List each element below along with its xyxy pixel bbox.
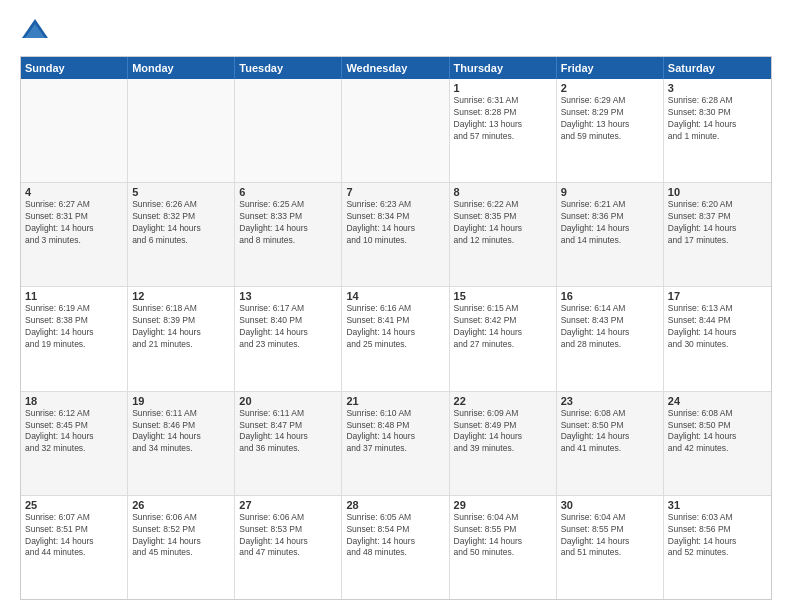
day-info: Sunrise: 6:25 AM Sunset: 8:33 PM Dayligh… [239,199,337,247]
day-number: 31 [668,499,767,511]
page: SundayMondayTuesdayWednesdayThursdayFrid… [0,0,792,612]
day-info: Sunrise: 6:05 AM Sunset: 8:54 PM Dayligh… [346,512,444,560]
calendar-cell: 28Sunrise: 6:05 AM Sunset: 8:54 PM Dayli… [342,496,449,599]
day-info: Sunrise: 6:12 AM Sunset: 8:45 PM Dayligh… [25,408,123,456]
calendar-body: 1Sunrise: 6:31 AM Sunset: 8:28 PM Daylig… [21,79,771,599]
day-number: 15 [454,290,552,302]
day-info: Sunrise: 6:19 AM Sunset: 8:38 PM Dayligh… [25,303,123,351]
day-number: 22 [454,395,552,407]
calendar-header-cell: Tuesday [235,57,342,79]
header [20,16,772,46]
day-info: Sunrise: 6:14 AM Sunset: 8:43 PM Dayligh… [561,303,659,351]
calendar-cell: 26Sunrise: 6:06 AM Sunset: 8:52 PM Dayli… [128,496,235,599]
day-info: Sunrise: 6:20 AM Sunset: 8:37 PM Dayligh… [668,199,767,247]
day-info: Sunrise: 6:03 AM Sunset: 8:56 PM Dayligh… [668,512,767,560]
calendar-cell: 5Sunrise: 6:26 AM Sunset: 8:32 PM Daylig… [128,183,235,286]
day-info: Sunrise: 6:31 AM Sunset: 8:28 PM Dayligh… [454,95,552,143]
day-number: 7 [346,186,444,198]
day-number: 3 [668,82,767,94]
day-info: Sunrise: 6:16 AM Sunset: 8:41 PM Dayligh… [346,303,444,351]
day-info: Sunrise: 6:22 AM Sunset: 8:35 PM Dayligh… [454,199,552,247]
day-info: Sunrise: 6:06 AM Sunset: 8:52 PM Dayligh… [132,512,230,560]
calendar-cell: 2Sunrise: 6:29 AM Sunset: 8:29 PM Daylig… [557,79,664,182]
day-info: Sunrise: 6:11 AM Sunset: 8:46 PM Dayligh… [132,408,230,456]
day-number: 12 [132,290,230,302]
day-info: Sunrise: 6:04 AM Sunset: 8:55 PM Dayligh… [454,512,552,560]
day-number: 11 [25,290,123,302]
calendar-cell: 29Sunrise: 6:04 AM Sunset: 8:55 PM Dayli… [450,496,557,599]
calendar-cell: 20Sunrise: 6:11 AM Sunset: 8:47 PM Dayli… [235,392,342,495]
day-info: Sunrise: 6:07 AM Sunset: 8:51 PM Dayligh… [25,512,123,560]
calendar-cell: 25Sunrise: 6:07 AM Sunset: 8:51 PM Dayli… [21,496,128,599]
day-number: 25 [25,499,123,511]
calendar-cell [21,79,128,182]
calendar-header-cell: Thursday [450,57,557,79]
day-number: 10 [668,186,767,198]
calendar-cell [235,79,342,182]
calendar-cell: 8Sunrise: 6:22 AM Sunset: 8:35 PM Daylig… [450,183,557,286]
day-number: 24 [668,395,767,407]
day-info: Sunrise: 6:06 AM Sunset: 8:53 PM Dayligh… [239,512,337,560]
day-info: Sunrise: 6:17 AM Sunset: 8:40 PM Dayligh… [239,303,337,351]
day-number: 13 [239,290,337,302]
day-number: 21 [346,395,444,407]
calendar-cell [128,79,235,182]
day-info: Sunrise: 6:29 AM Sunset: 8:29 PM Dayligh… [561,95,659,143]
calendar-cell: 19Sunrise: 6:11 AM Sunset: 8:46 PM Dayli… [128,392,235,495]
calendar-cell: 4Sunrise: 6:27 AM Sunset: 8:31 PM Daylig… [21,183,128,286]
day-number: 29 [454,499,552,511]
day-info: Sunrise: 6:18 AM Sunset: 8:39 PM Dayligh… [132,303,230,351]
day-info: Sunrise: 6:28 AM Sunset: 8:30 PM Dayligh… [668,95,767,143]
calendar-cell: 12Sunrise: 6:18 AM Sunset: 8:39 PM Dayli… [128,287,235,390]
calendar-cell: 16Sunrise: 6:14 AM Sunset: 8:43 PM Dayli… [557,287,664,390]
day-info: Sunrise: 6:15 AM Sunset: 8:42 PM Dayligh… [454,303,552,351]
day-info: Sunrise: 6:10 AM Sunset: 8:48 PM Dayligh… [346,408,444,456]
day-info: Sunrise: 6:11 AM Sunset: 8:47 PM Dayligh… [239,408,337,456]
calendar-row: 1Sunrise: 6:31 AM Sunset: 8:28 PM Daylig… [21,79,771,183]
calendar-cell: 13Sunrise: 6:17 AM Sunset: 8:40 PM Dayli… [235,287,342,390]
calendar-row: 4Sunrise: 6:27 AM Sunset: 8:31 PM Daylig… [21,183,771,287]
logo-icon [20,16,50,46]
day-info: Sunrise: 6:08 AM Sunset: 8:50 PM Dayligh… [561,408,659,456]
calendar-cell: 17Sunrise: 6:13 AM Sunset: 8:44 PM Dayli… [664,287,771,390]
day-info: Sunrise: 6:23 AM Sunset: 8:34 PM Dayligh… [346,199,444,247]
calendar-header: SundayMondayTuesdayWednesdayThursdayFrid… [21,57,771,79]
calendar: SundayMondayTuesdayWednesdayThursdayFrid… [20,56,772,600]
calendar-header-cell: Friday [557,57,664,79]
day-number: 17 [668,290,767,302]
day-number: 23 [561,395,659,407]
day-number: 28 [346,499,444,511]
day-number: 14 [346,290,444,302]
day-number: 6 [239,186,337,198]
calendar-cell: 31Sunrise: 6:03 AM Sunset: 8:56 PM Dayli… [664,496,771,599]
day-number: 1 [454,82,552,94]
calendar-cell: 10Sunrise: 6:20 AM Sunset: 8:37 PM Dayli… [664,183,771,286]
calendar-row: 25Sunrise: 6:07 AM Sunset: 8:51 PM Dayli… [21,496,771,599]
day-number: 9 [561,186,659,198]
calendar-cell: 7Sunrise: 6:23 AM Sunset: 8:34 PM Daylig… [342,183,449,286]
calendar-cell: 14Sunrise: 6:16 AM Sunset: 8:41 PM Dayli… [342,287,449,390]
calendar-header-cell: Monday [128,57,235,79]
day-number: 5 [132,186,230,198]
calendar-cell [342,79,449,182]
calendar-cell: 6Sunrise: 6:25 AM Sunset: 8:33 PM Daylig… [235,183,342,286]
calendar-row: 11Sunrise: 6:19 AM Sunset: 8:38 PM Dayli… [21,287,771,391]
calendar-cell: 11Sunrise: 6:19 AM Sunset: 8:38 PM Dayli… [21,287,128,390]
calendar-cell: 22Sunrise: 6:09 AM Sunset: 8:49 PM Dayli… [450,392,557,495]
day-info: Sunrise: 6:26 AM Sunset: 8:32 PM Dayligh… [132,199,230,247]
day-number: 18 [25,395,123,407]
day-number: 2 [561,82,659,94]
day-info: Sunrise: 6:08 AM Sunset: 8:50 PM Dayligh… [668,408,767,456]
calendar-cell: 27Sunrise: 6:06 AM Sunset: 8:53 PM Dayli… [235,496,342,599]
calendar-cell: 23Sunrise: 6:08 AM Sunset: 8:50 PM Dayli… [557,392,664,495]
logo [20,16,54,46]
calendar-cell: 21Sunrise: 6:10 AM Sunset: 8:48 PM Dayli… [342,392,449,495]
day-info: Sunrise: 6:13 AM Sunset: 8:44 PM Dayligh… [668,303,767,351]
calendar-cell: 30Sunrise: 6:04 AM Sunset: 8:55 PM Dayli… [557,496,664,599]
calendar-header-cell: Wednesday [342,57,449,79]
day-number: 20 [239,395,337,407]
day-info: Sunrise: 6:09 AM Sunset: 8:49 PM Dayligh… [454,408,552,456]
day-number: 4 [25,186,123,198]
calendar-header-cell: Saturday [664,57,771,79]
calendar-cell: 18Sunrise: 6:12 AM Sunset: 8:45 PM Dayli… [21,392,128,495]
